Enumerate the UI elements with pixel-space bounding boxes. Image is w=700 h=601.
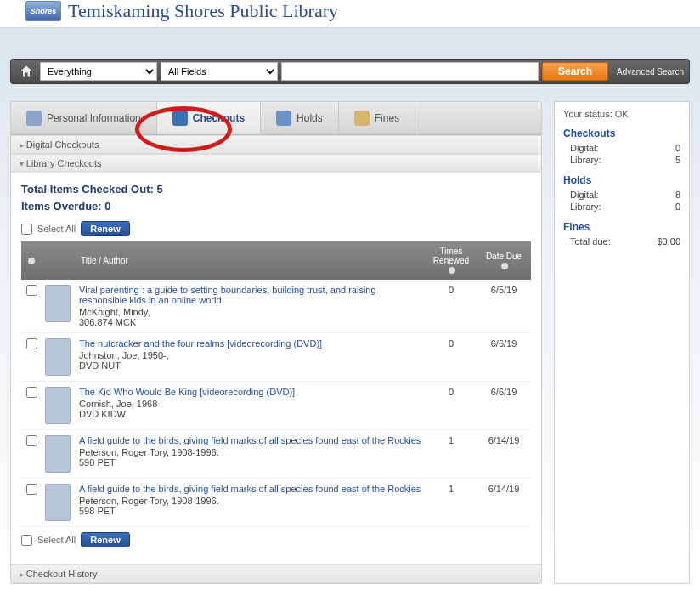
col-title-author[interactable]: Title / Author (76, 241, 426, 280)
item-callnumber: DVD NUT (79, 360, 422, 371)
tab-holds[interactable]: Holds (261, 102, 339, 134)
item-date-due: 6/5/19 (477, 280, 531, 333)
holds-icon (276, 111, 291, 126)
select-all-label: Select All (37, 224, 76, 234)
summary-row: Total due:$0.00 (563, 235, 680, 247)
checkouts-table: Title / Author Times Renewed Date Due Vi… (21, 241, 531, 527)
search-input[interactable] (281, 62, 539, 81)
fines-icon (354, 111, 370, 126)
person-icon (26, 111, 42, 126)
tab-checkouts[interactable]: Checkouts (157, 102, 261, 134)
main-panel: Personal Information Checkouts Holds Fin… (10, 101, 542, 584)
cover-thumbnail (45, 435, 71, 473)
checkout-totals: Total Items Checked Out: 5 Items Overdue… (21, 181, 531, 214)
item-title-link[interactable]: A field guide to the birds, giving field… (79, 435, 422, 445)
item-times-renewed: 0 (426, 382, 477, 430)
summary-row: Digital:8 (563, 189, 680, 201)
cover-thumbnail (45, 484, 71, 521)
row-checkbox[interactable] (26, 484, 37, 495)
item-title-link[interactable]: The Kid Who Would Be King [videorecordin… (79, 387, 422, 397)
search-scope-select[interactable]: Everything (40, 62, 157, 81)
table-row: A field guide to the birds, giving field… (21, 479, 531, 527)
section-checkout-history[interactable]: Checkout History (11, 564, 541, 583)
search-button[interactable]: Search (542, 62, 608, 81)
sort-icon (501, 263, 508, 269)
sort-icon (449, 267, 455, 274)
item-title-link[interactable]: A field guide to the birds, giving field… (79, 484, 422, 494)
summary-row: Digital:0 (563, 142, 680, 154)
item-times-renewed: 1 (426, 479, 477, 527)
item-author: McKnight, Mindy, (79, 307, 422, 317)
item-times-renewed: 1 (426, 430, 477, 479)
item-callnumber: 306.874 MCK (79, 317, 422, 327)
summary-row: Library:5 (563, 154, 680, 166)
summary-checkouts-heading: Checkouts (563, 128, 680, 139)
col-date-due[interactable]: Date Due (477, 241, 531, 280)
item-author: Cornish, Joe, 1968- (79, 399, 422, 409)
account-status: Your status: OK (563, 109, 680, 119)
item-author: Peterson, Roger Tory, 1908-1996. (79, 496, 422, 506)
section-digital-checkouts[interactable]: Digital Checkouts (11, 135, 541, 154)
tab-personal-information[interactable]: Personal Information (11, 102, 157, 134)
tab-label: Personal Information (47, 112, 141, 124)
search-field-select[interactable]: All Fields (161, 62, 278, 81)
col-select[interactable] (21, 241, 42, 280)
item-callnumber: DVD KIDW (79, 409, 422, 419)
table-row: A field guide to the birds, giving field… (21, 430, 531, 479)
site-title: Temiskaming Shores Public Library (68, 0, 338, 22)
summary-fines-heading: Fines (563, 221, 680, 233)
library-checkouts-body: Total Items Checked Out: 5 Items Overdue… (11, 173, 541, 564)
brand-header: Shores Temiskaming Shores Public Library (0, 0, 700, 28)
select-all-checkbox[interactable] (21, 535, 32, 546)
item-author: Johnston, Joe, 1950-, (79, 350, 422, 360)
tab-fines[interactable]: Fines (339, 102, 415, 134)
row-checkbox[interactable] (26, 338, 37, 349)
tab-label: Fines (375, 112, 399, 124)
brand-logo: Shores (25, 1, 61, 21)
renew-button-bottom[interactable]: Renew (81, 532, 129, 547)
section-library-checkouts[interactable]: Library Checkouts (11, 154, 541, 173)
account-tabs: Personal Information Checkouts Holds Fin… (11, 102, 541, 135)
search-bar: Everything All Fields Search Advanced Se… (10, 59, 690, 84)
tab-label: Holds (296, 112, 323, 124)
checkouts-icon (172, 111, 188, 126)
item-times-renewed: 0 (426, 280, 477, 333)
select-all-row-bottom: Select All Renew (21, 532, 531, 547)
col-times-renewed[interactable]: Times Renewed (426, 241, 477, 280)
summary-holds-heading: Holds (563, 174, 680, 186)
item-date-due: 6/6/19 (477, 382, 531, 430)
tab-label: Checkouts (193, 112, 245, 124)
item-title-link[interactable]: The nutcracker and the four realms [vide… (79, 338, 422, 349)
account-summary-panel: Your status: OK Checkouts Digital:0 Libr… (554, 101, 690, 584)
col-cover (42, 241, 76, 280)
item-times-renewed: 0 (426, 333, 477, 382)
item-author: Peterson, Roger Tory, 1908-1996. (79, 447, 422, 457)
row-checkbox[interactable] (26, 387, 37, 398)
item-date-due: 6/14/19 (477, 479, 531, 527)
item-callnumber: 598 PET (79, 457, 422, 468)
sort-icon (28, 258, 35, 264)
item-date-due: 6/14/19 (477, 430, 531, 479)
cover-thumbnail (45, 338, 71, 376)
select-all-label: Select All (37, 535, 76, 545)
advanced-search-link[interactable]: Advanced Search (617, 67, 684, 77)
item-date-due: 6/6/19 (477, 333, 531, 382)
item-title-link[interactable]: Viral parenting : a guide to setting bou… (79, 285, 422, 305)
select-all-checkbox[interactable] (21, 224, 32, 235)
table-row: Viral parenting : a guide to setting bou… (21, 280, 531, 333)
cover-thumbnail (45, 285, 71, 322)
table-row: The Kid Who Would Be King [videorecordin… (21, 382, 531, 430)
row-checkbox[interactable] (26, 435, 37, 446)
home-icon[interactable] (16, 62, 37, 81)
table-row: The nutcracker and the four realms [vide… (21, 333, 531, 382)
item-callnumber: 598 PET (79, 506, 422, 516)
renew-button-top[interactable]: Renew (81, 221, 129, 236)
row-checkbox[interactable] (26, 285, 37, 296)
cover-thumbnail (45, 387, 71, 424)
select-all-row-top: Select All Renew (21, 221, 531, 236)
summary-row: Library:0 (563, 201, 680, 213)
